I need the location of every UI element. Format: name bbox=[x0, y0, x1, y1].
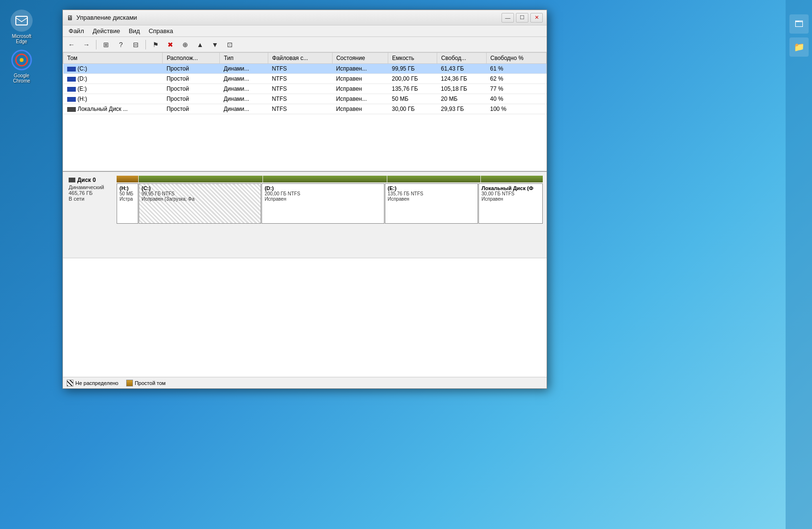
toolbar-btn-flag[interactable]: ⚑ bbox=[149, 38, 162, 51]
close-button[interactable]: ✕ bbox=[530, 13, 543, 23]
menu-file[interactable]: Файл bbox=[65, 26, 88, 36]
maximize-button[interactable]: ☐ bbox=[516, 13, 528, 23]
cell-volume-1: (D:) bbox=[63, 74, 163, 84]
cell-type-0: Динами... bbox=[220, 64, 268, 74]
table-row[interactable]: Локальный Диск ... Простой Динами... NTF… bbox=[63, 104, 547, 114]
legend: Не распределено Простой том bbox=[63, 377, 547, 388]
toolbar-separator-2 bbox=[145, 40, 146, 49]
partition-color-bars bbox=[117, 176, 543, 182]
cell-filesystem-0: NTFS bbox=[268, 64, 332, 74]
toolbar-btn-minus[interactable]: ⊟ bbox=[129, 38, 143, 51]
part-d-status: Исправен bbox=[264, 196, 381, 202]
cell-type-1: Динами... bbox=[220, 74, 268, 84]
cell-capacity-3: 50 МБ bbox=[388, 94, 437, 104]
color-bar-c bbox=[139, 176, 263, 182]
legend-item-unallocated: Не распределено bbox=[67, 380, 119, 386]
menu-action[interactable]: Действие bbox=[89, 26, 124, 36]
minimize-button[interactable]: — bbox=[502, 13, 514, 23]
partition-block-c[interactable]: (C:) 99,95 ГБ NTFS Исправен (Загрузка, Ф… bbox=[139, 183, 261, 224]
cell-location-4: Простой bbox=[163, 104, 220, 114]
disk-name-0: Диск 0 bbox=[77, 177, 96, 183]
part-h-size: 50 МБ bbox=[119, 191, 135, 196]
cell-volume-0: (C:) bbox=[63, 64, 163, 74]
cell-free-0: 61,43 ГБ bbox=[437, 64, 486, 74]
cell-free-pct-3: 40 % bbox=[486, 94, 546, 104]
col-header-type[interactable]: Тип bbox=[220, 53, 268, 64]
partition-block-local[interactable]: Локальный Диск (Ф 30,00 ГБ NTFS Исправен bbox=[478, 183, 543, 224]
table-row[interactable]: (D:) Простой Динами... NTFS Исправен 200… bbox=[63, 74, 547, 84]
color-bar-d bbox=[263, 176, 387, 182]
partition-blocks: (H:) 50 МБ Истра (C:) 99,95 ГБ NTFS Испр… bbox=[117, 183, 543, 224]
toolbar-btn-delete[interactable]: ✖ bbox=[164, 38, 177, 51]
table-row[interactable]: (E:) Простой Динами... NTFS Исправен 135… bbox=[63, 84, 547, 94]
partitions-container: (H:) 50 МБ Истра (C:) 99,95 ГБ NTFS Испр… bbox=[117, 176, 543, 224]
cell-status-4: Исправен bbox=[332, 104, 388, 114]
toolbar-btn-up[interactable]: ▲ bbox=[193, 38, 207, 51]
partition-block-h[interactable]: (H:) 50 МБ Истра bbox=[117, 183, 138, 224]
cell-type-2: Динами... bbox=[220, 84, 268, 94]
disk-row-0: Диск 0 Динамический 465,76 ГБ В сети bbox=[67, 176, 543, 224]
toolbar-btn-grid[interactable]: ⊞ bbox=[99, 38, 113, 51]
table-row[interactable]: (H:) Простой Динами... NTFS Исправен... … bbox=[63, 94, 547, 104]
part-e-name: (E:) bbox=[388, 185, 476, 191]
part-d-size: 200,00 ГБ NTFS bbox=[264, 191, 381, 196]
desktop-icon-label-1: MicrosoftEdge bbox=[12, 34, 32, 44]
title-bar-icon: 🖥 bbox=[67, 14, 73, 22]
disk-size-0: 465,76 ГБ bbox=[69, 190, 113, 196]
cell-free-1: 124,36 ГБ bbox=[437, 74, 486, 84]
taskbar-btn-1[interactable]: 🗔 bbox=[789, 14, 809, 34]
table-row[interactable]: (C:) Простой Динами... NTFS Исправен... … bbox=[63, 64, 547, 74]
col-header-filesystem[interactable]: Файловая с... bbox=[268, 53, 332, 64]
cell-free-2: 105,18 ГБ bbox=[437, 84, 486, 94]
desktop-icon-1[interactable]: MicrosoftEdge bbox=[5, 10, 38, 44]
cell-location-1: Простой bbox=[163, 74, 220, 84]
toolbar-btn-help[interactable]: ? bbox=[114, 38, 128, 51]
menu-view[interactable]: Вид bbox=[125, 26, 144, 36]
cell-free-pct-2: 77 % bbox=[486, 84, 546, 94]
cell-volume-3: (H:) bbox=[63, 94, 163, 104]
cell-status-0: Исправен... bbox=[332, 64, 388, 74]
desktop-icon-2[interactable]: GoogleChrome bbox=[5, 49, 38, 84]
cell-capacity-0: 99,95 ГБ bbox=[388, 64, 437, 74]
cell-free-4: 29,93 ГБ bbox=[437, 104, 486, 114]
legend-box-simple bbox=[126, 380, 133, 386]
part-e-status: Исправен bbox=[388, 196, 476, 202]
menu-help[interactable]: Справка bbox=[145, 26, 177, 36]
col-header-status[interactable]: Состояние bbox=[332, 53, 388, 64]
legend-box-unallocated bbox=[67, 380, 73, 386]
svg-point-3 bbox=[20, 58, 24, 62]
empty-area bbox=[63, 258, 547, 377]
toolbar-back-button[interactable]: ← bbox=[65, 38, 78, 51]
col-header-capacity[interactable]: Емкость bbox=[388, 53, 437, 64]
window-controls: — ☐ ✕ bbox=[502, 13, 543, 23]
content-area: Том Располож... Тип Файловая с... Состоя… bbox=[63, 52, 547, 388]
toolbar-btn-add[interactable]: ⊕ bbox=[179, 38, 192, 51]
toolbar-btn-down[interactable]: ▼ bbox=[208, 38, 222, 51]
col-header-location[interactable]: Располож... bbox=[163, 53, 220, 64]
toolbar-btn-grid2[interactable]: ⊡ bbox=[223, 38, 237, 51]
part-c-size: 99,95 ГБ NTFS bbox=[142, 191, 258, 196]
color-bar-h bbox=[117, 176, 138, 182]
legend-label-simple: Простой том bbox=[135, 380, 166, 386]
toolbar: ← → ⊞ ? ⊟ ⚑ ✖ ⊕ ▲ ▼ ⊡ bbox=[63, 37, 547, 52]
disk-network-0: В сети bbox=[69, 196, 113, 202]
menu-bar: Файл Действие Вид Справка bbox=[63, 25, 547, 37]
part-d-name: (D:) bbox=[264, 185, 381, 191]
toolbar-forward-button[interactable]: → bbox=[80, 38, 93, 51]
col-header-free[interactable]: Свобод... bbox=[437, 53, 486, 64]
cell-location-0: Простой bbox=[163, 64, 220, 74]
col-header-volume[interactable]: Том bbox=[63, 53, 163, 64]
cell-type-4: Динами... bbox=[220, 104, 268, 114]
cell-filesystem-4: NTFS bbox=[268, 104, 332, 114]
cell-filesystem-2: NTFS bbox=[268, 84, 332, 94]
part-h-status: Истра bbox=[119, 196, 135, 202]
svg-rect-0 bbox=[16, 16, 27, 25]
col-header-free-pct[interactable]: Свободно % bbox=[486, 53, 546, 64]
cell-location-2: Простой bbox=[163, 84, 220, 94]
partition-block-e[interactable]: (E:) 135,76 ГБ NTFS Исправен bbox=[385, 183, 478, 224]
disk-type-0: Динамический bbox=[69, 184, 113, 190]
partition-block-d[interactable]: (D:) 200,00 ГБ NTFS Исправен bbox=[262, 183, 384, 224]
taskbar-btn-2[interactable]: 📁 bbox=[789, 37, 809, 57]
desktop-icon-label-2: GoogleChrome bbox=[13, 73, 30, 84]
color-bar-local bbox=[481, 176, 543, 182]
